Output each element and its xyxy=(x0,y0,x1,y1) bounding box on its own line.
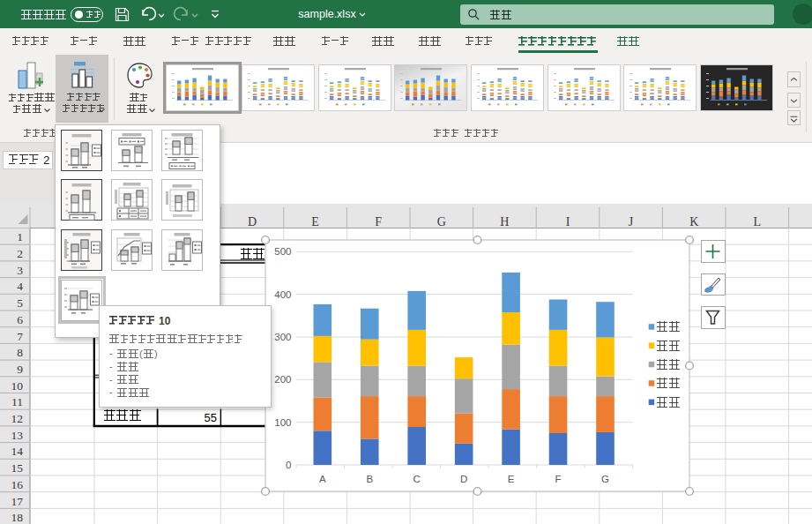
svg-text:D: D xyxy=(459,474,466,484)
svg-text:15: 15 xyxy=(11,461,24,475)
svg-text:L: L xyxy=(754,215,762,228)
svg-text:18: 18 xyxy=(11,511,24,524)
svg-text:4: 4 xyxy=(17,280,23,293)
svg-text:7: 7 xyxy=(17,330,23,343)
svg-text:10: 10 xyxy=(11,379,24,393)
svg-text:F: F xyxy=(375,215,382,228)
svg-text:K: K xyxy=(689,215,698,228)
svg-text:3: 3 xyxy=(17,264,23,277)
svg-text:H: H xyxy=(500,215,509,228)
svg-text:500: 500 xyxy=(274,246,291,257)
svg-text:G: G xyxy=(437,215,446,228)
svg-text:6: 6 xyxy=(17,313,23,326)
svg-text:J: J xyxy=(629,215,634,228)
svg-text:13: 13 xyxy=(11,429,24,442)
svg-text:I: I xyxy=(566,215,570,228)
svg-text:2: 2 xyxy=(17,247,23,260)
svg-text:100: 100 xyxy=(274,417,291,428)
svg-text:E: E xyxy=(507,474,514,484)
svg-text:12: 12 xyxy=(11,412,24,425)
svg-text:1: 1 xyxy=(17,230,23,243)
svg-text:300: 300 xyxy=(274,332,291,342)
svg-text:E: E xyxy=(311,215,319,228)
svg-text:A: A xyxy=(318,474,325,484)
svg-text:8: 8 xyxy=(17,346,23,359)
svg-text:200: 200 xyxy=(274,374,291,385)
svg-text:9: 9 xyxy=(17,363,23,376)
svg-text:C: C xyxy=(413,474,420,484)
svg-text:17: 17 xyxy=(11,495,24,508)
svg-text:G: G xyxy=(601,474,609,484)
svg-text:D: D xyxy=(248,215,257,228)
svg-text:14: 14 xyxy=(11,445,24,458)
svg-text:0: 0 xyxy=(286,460,291,470)
svg-text:400: 400 xyxy=(274,289,291,300)
svg-text:16: 16 xyxy=(11,478,24,491)
svg-text:55: 55 xyxy=(205,411,217,424)
svg-text:F: F xyxy=(555,474,561,484)
svg-text:B: B xyxy=(366,474,373,484)
svg-text:5: 5 xyxy=(17,296,23,310)
svg-text:11: 11 xyxy=(11,395,23,408)
